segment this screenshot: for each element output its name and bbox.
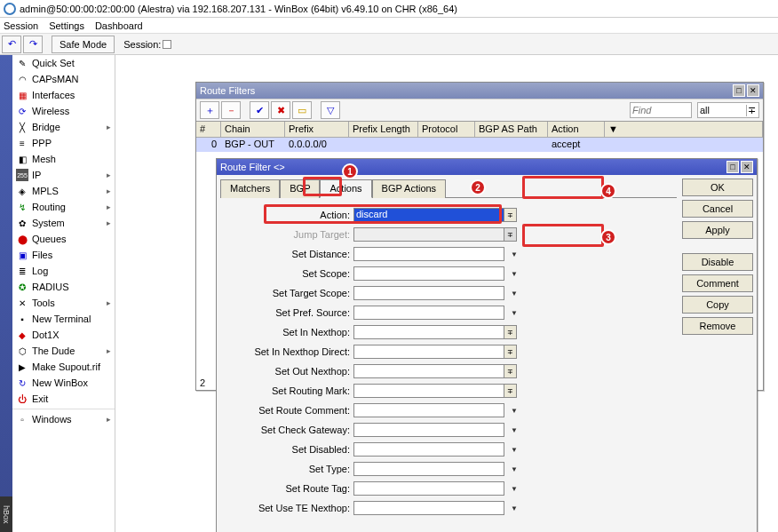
sidebar-item-files[interactable]: ▣Files — [12, 247, 115, 263]
sidebar-item-mesh[interactable]: ◧Mesh — [12, 151, 115, 167]
redo-button[interactable]: ↷ — [23, 36, 43, 53]
expand-icon[interactable]: ▼ — [508, 306, 520, 320]
col-proto[interactable]: Protocol — [418, 122, 475, 137]
comment-button[interactable]: Comment — [682, 274, 753, 292]
undo-button[interactable]: ↶ — [2, 36, 21, 53]
sidebar-item-interfaces[interactable]: ▦Interfaces — [12, 87, 115, 103]
expand-icon[interactable]: ▼ — [508, 247, 520, 261]
restore-button[interactable]: □ — [733, 84, 745, 97]
route-filter-title[interactable]: Route Filter <> □ ✕ — [217, 159, 757, 175]
expand-icon[interactable]: ▼ — [508, 462, 520, 476]
copy-button[interactable]: Copy — [682, 296, 753, 314]
route-filters-title[interactable]: Route Filters □ ✕ — [196, 83, 763, 99]
enable-button[interactable]: ✔ — [250, 101, 269, 119]
session-checkbox[interactable] — [163, 40, 171, 49]
col-plen[interactable]: Prefix Length — [349, 122, 418, 137]
setdis-input[interactable] — [353, 442, 504, 457]
find-input[interactable] — [630, 102, 692, 118]
setinnhd-dropdown[interactable]: ∓ — [504, 345, 517, 359]
sidebar-item-quickset[interactable]: ✎Quick Set — [12, 55, 115, 71]
filter-select[interactable]: all∓ — [697, 102, 759, 118]
comment-button[interactable]: ▭ — [292, 101, 312, 119]
setrcmt-input[interactable] — [353, 403, 504, 417]
menu-settings[interactable]: Settings — [49, 20, 84, 31]
sidebar-item-exit[interactable]: ⏻Exit — [12, 391, 115, 407]
expand-icon[interactable]: ▼ — [508, 442, 520, 457]
sidebar-item-queues[interactable]: ⬤Queues — [12, 231, 115, 247]
setinnhd-input[interactable] — [353, 345, 504, 359]
sidebar-item-wireless[interactable]: ⟳Wireless — [12, 103, 115, 119]
sidebar-item-supout[interactable]: ▶Make Supout.rif — [12, 359, 115, 375]
sidebar-item-capsman[interactable]: ◠CAPsMAN — [12, 71, 115, 87]
sidebar-item-mpls[interactable]: ◈MPLS▸ — [12, 183, 115, 199]
safe-mode-button[interactable]: Safe Mode — [52, 36, 115, 53]
col-prefix[interactable]: Prefix — [285, 122, 349, 137]
sidebar-item-log[interactable]: ≣Log — [12, 263, 115, 279]
expand-icon[interactable]: ▼ — [508, 286, 520, 300]
close-button[interactable]: ✕ — [747, 84, 759, 97]
sidebar-item-windows[interactable]: ▫Windows▸ — [12, 411, 115, 427]
expand-icon[interactable]: ▼ — [508, 403, 520, 417]
setpref-input[interactable] — [353, 306, 504, 320]
add-button[interactable]: ＋ — [200, 101, 219, 119]
setusete-input[interactable] — [353, 501, 504, 515]
action-dropdown[interactable]: ∓ — [504, 208, 517, 222]
setrmark-dropdown[interactable]: ∓ — [504, 384, 517, 398]
setoutnh-dropdown[interactable]: ∓ — [504, 364, 517, 378]
expand-icon[interactable]: ▼ — [508, 423, 520, 437]
col-action[interactable]: Action — [548, 122, 605, 137]
sidebar-item-bridge[interactable]: ╳Bridge▸ — [12, 119, 115, 135]
interfaces-icon: ▦ — [16, 89, 28, 101]
newwinbox-icon: ↻ — [16, 377, 28, 389]
expand-icon[interactable]: ▼ — [508, 481, 520, 496]
tab-matchers[interactable]: Matchers — [220, 179, 280, 198]
sidebar-item-terminal[interactable]: ▪New Terminal — [12, 311, 115, 327]
setoutnh-input[interactable] — [353, 364, 504, 378]
sidebar-item-ip[interactable]: 255IP▸ — [12, 167, 115, 183]
sidebar-item-tools[interactable]: ✕Tools▸ — [12, 295, 115, 311]
apply-button[interactable]: Apply — [682, 221, 753, 239]
terminal-icon: ▪ — [16, 313, 28, 325]
cancel-button[interactable]: Cancel — [682, 200, 753, 218]
tab-bgp[interactable]: BGP — [280, 179, 320, 198]
sidebar-item-dude[interactable]: ⬡The Dude▸ — [12, 343, 115, 359]
queues-icon: ⬤ — [16, 233, 28, 245]
sidebar-item-routing[interactable]: ↯Routing▸ — [12, 199, 115, 215]
col-end[interactable]: ▼ — [605, 122, 763, 137]
sidebar-item-radius[interactable]: ✪RADIUS — [12, 279, 115, 295]
setinnh-input[interactable] — [353, 325, 504, 339]
plus-icon: ＋ — [205, 104, 215, 117]
remove-button[interactable]: － — [221, 101, 241, 119]
ok-button[interactable]: OK — [682, 179, 753, 196]
setinnh-dropdown[interactable]: ∓ — [504, 325, 517, 339]
remove-button[interactable]: Remove — [682, 317, 753, 335]
setdist-input[interactable] — [353, 247, 504, 261]
sidebar-item-system[interactable]: ✿System▸ — [12, 215, 115, 231]
grid-row[interactable]: 0 BGP - OUT 0.0.0.0/0 accept — [196, 138, 763, 152]
expand-icon[interactable]: ▼ — [508, 266, 520, 281]
settype-input[interactable] — [353, 462, 504, 476]
expand-icon[interactable]: ▼ — [508, 501, 520, 515]
action-input[interactable]: discard — [353, 208, 504, 222]
tab-actions[interactable]: Actions — [320, 179, 371, 198]
disable-button[interactable]: ✖ — [271, 101, 290, 119]
sidebar-item-ppp[interactable]: ≡PPP — [12, 135, 115, 151]
setchkgw-input[interactable] — [353, 423, 504, 437]
setrtag-input[interactable] — [353, 481, 504, 496]
setscope-input[interactable] — [353, 266, 504, 281]
tab-bgp-actions[interactable]: BGP Actions — [372, 179, 447, 198]
menu-session[interactable]: Session — [4, 20, 38, 31]
close-button[interactable]: ✕ — [741, 161, 753, 173]
settscope-input[interactable] — [353, 286, 504, 300]
col-chain[interactable]: Chain — [221, 122, 285, 137]
col-n[interactable]: # — [196, 122, 221, 137]
left-gutter — [0, 55, 12, 532]
menu-dashboard[interactable]: Dashboard — [95, 20, 143, 31]
sidebar-item-dot1x[interactable]: ◆Dot1X — [12, 327, 115, 343]
setrmark-input[interactable] — [353, 384, 504, 398]
filter-button[interactable]: ▽ — [321, 101, 340, 119]
col-aspath[interactable]: BGP AS Path — [475, 122, 548, 137]
sidebar-item-newwinbox[interactable]: ↻New WinBox — [12, 375, 115, 391]
disable-button[interactable]: Disable — [682, 253, 753, 271]
restore-button[interactable]: □ — [726, 161, 739, 173]
